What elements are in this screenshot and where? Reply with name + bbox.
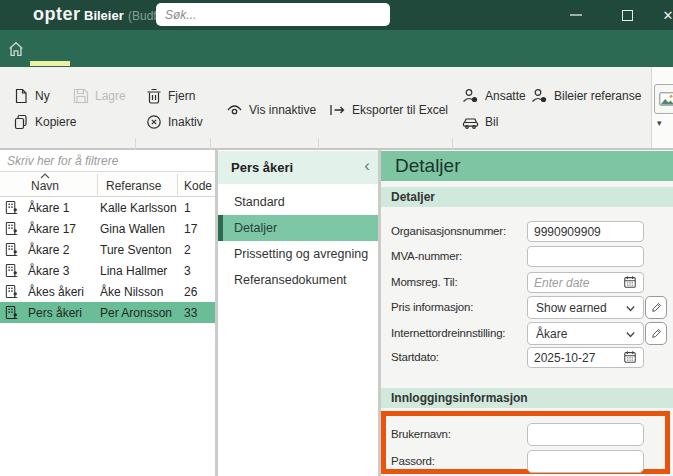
new-file-icon	[13, 88, 29, 104]
circle-x-icon	[146, 114, 162, 130]
pencil-icon	[650, 327, 663, 340]
export-arrow-icon	[329, 102, 346, 118]
field-vat-number: MVA-nummer:	[381, 246, 673, 267]
vat-number-input[interactable]	[527, 246, 644, 267]
minimize-icon	[570, 14, 582, 16]
table-row-selected[interactable]: Pers åkeriPer Aronsson33	[0, 302, 215, 323]
opter-logo: opter	[33, 4, 81, 25]
titlebar-module: Bileier	[84, 8, 124, 23]
tabbar: Bileier	[0, 30, 673, 67]
details-panel: Detaljer Detaljer Organisasjonsnummer: M…	[381, 150, 673, 476]
price-info-edit-button[interactable]	[645, 296, 667, 319]
start-date-label: Startdato:	[391, 351, 439, 363]
column-divider[interactable]	[177, 174, 178, 195]
filter-input[interactable]	[0, 150, 215, 172]
details-title: Detaljer	[395, 155, 460, 177]
org-number-input[interactable]	[527, 221, 644, 242]
search-input[interactable]	[156, 3, 390, 26]
password-label: Passord:	[391, 455, 435, 467]
owner-icon	[4, 263, 19, 278]
nav-item-prissetting[interactable]: Prissetting og avregning	[218, 241, 378, 267]
person-badge-icon	[462, 88, 479, 104]
owner-icon	[4, 284, 19, 299]
column-header-referanse[interactable]: Referanse	[106, 179, 161, 193]
show-inactive-button[interactable]: Vis innaktive	[226, 100, 316, 120]
owner-reference-button[interactable]: Bileier referanse	[531, 86, 641, 106]
chevron-down-icon	[624, 302, 637, 315]
owner-icon	[4, 305, 19, 320]
active-tab-indicator	[30, 61, 70, 66]
nav-item-detaljer[interactable]: Detaljer	[218, 215, 378, 241]
field-vat-reg-until: Momsreg. Til:	[381, 272, 673, 293]
nav-item-standard[interactable]: Standard	[218, 189, 378, 215]
person-question-icon	[531, 88, 548, 104]
titlebar: opter Bileier (Budfirman A ✕	[0, 0, 673, 30]
collapse-panel-icon[interactable]: ‹	[364, 156, 370, 176]
section-innloggingsinformasjon: Innloggingsinformasjon	[381, 388, 673, 408]
details-header: Detaljer	[381, 151, 673, 181]
pencil-icon	[650, 301, 663, 314]
field-username: Brukernavn:	[381, 423, 673, 446]
section-detaljer: Detaljer	[381, 187, 673, 207]
column-divider[interactable]	[97, 174, 98, 195]
table-row[interactable]: Åkare 1Kalle Karlsson1	[0, 197, 215, 218]
vehicle-button[interactable]: Bil	[462, 112, 498, 132]
maximize-icon	[622, 10, 633, 21]
image-dropdown-arrow[interactable]: ▾	[657, 118, 662, 128]
internet-order-setting-label: Internettordreinnstilling:	[391, 327, 505, 339]
maximize-button[interactable]	[610, 0, 644, 30]
internet-order-setting-select[interactable]: Åkare	[527, 322, 644, 345]
price-info-select[interactable]: Show earned	[527, 296, 644, 319]
nav-item-referansedokument[interactable]: Referansedokument	[218, 267, 378, 293]
internet-order-setting-edit-button[interactable]	[645, 322, 667, 345]
org-number-label: Organisasjonsnummer:	[391, 225, 506, 237]
detail-nav-panel: Pers åkeri ‹ Standard Detaljer Prissetti…	[218, 150, 378, 476]
minimize-button[interactable]	[559, 0, 593, 30]
opter-window: opter Bileier (Budfirman A ✕ Bileier Ny …	[0, 0, 673, 476]
password-input[interactable]	[527, 450, 644, 473]
field-start-date: Startdato:	[381, 347, 673, 368]
car-icon	[462, 114, 479, 130]
new-button[interactable]: Ny	[13, 86, 50, 106]
list-header: Navn Referanse Kode	[0, 172, 215, 197]
calendar-icon[interactable]	[623, 350, 637, 364]
nav-header: Pers åkeri ‹	[218, 151, 378, 184]
chevron-down-icon	[624, 328, 637, 341]
column-header-navn[interactable]: Navn	[31, 179, 59, 193]
home-icon[interactable]	[7, 40, 25, 58]
owner-list-panel: Navn Referanse Kode Åkare 1Kalle Karlsso…	[0, 150, 215, 476]
inactive-button[interactable]: Inaktiv	[146, 112, 203, 132]
eye-icon	[226, 102, 243, 118]
copy-icon	[13, 114, 29, 130]
table-row[interactable]: Åkes åkeriÅke Nilsson26	[0, 281, 215, 302]
save-button[interactable]: Lagre	[73, 86, 126, 106]
export-excel-button[interactable]: Eksporter til Excel	[329, 100, 448, 120]
field-price-info: Pris informasjon: Show earned	[381, 296, 673, 319]
image-button[interactable]	[654, 84, 673, 114]
ribbon-toolbar: Ny Lagre Kopiere Fjern Inaktiv Vis innak…	[0, 67, 673, 150]
field-password: Passord:	[381, 450, 673, 473]
owner-icon	[4, 242, 19, 257]
field-internet-order-setting: Internettordreinnstilling: Åkare	[381, 322, 673, 345]
column-header-kode[interactable]: Kode	[184, 179, 212, 193]
owner-icon	[4, 200, 19, 215]
username-input[interactable]	[527, 423, 644, 446]
owner-icon	[4, 221, 19, 236]
picture-icon	[659, 92, 673, 106]
vat-reg-until-label: Momsreg. Til:	[391, 276, 457, 288]
username-label: Brukernavn:	[391, 428, 451, 440]
calendar-icon[interactable]	[623, 275, 637, 289]
copy-button[interactable]: Kopiere	[13, 112, 76, 132]
employees-button[interactable]: Ansatte	[462, 86, 526, 106]
nav-title: Pers åkeri	[231, 160, 293, 175]
save-icon	[73, 88, 89, 104]
table-row[interactable]: Åkare 17Gina Wallen17	[0, 218, 215, 239]
close-button[interactable]: ✕	[656, 0, 673, 30]
trash-icon	[146, 88, 162, 104]
table-row[interactable]: Åkare 3Lina Hallmer3	[0, 260, 215, 281]
close-icon: ✕	[663, 8, 673, 23]
table-row[interactable]: Åkare 2Ture Sventon2	[0, 239, 215, 260]
remove-button[interactable]: Fjern	[146, 86, 195, 106]
price-info-label: Pris informasjon:	[391, 301, 473, 313]
vat-number-label: MVA-nummer:	[391, 250, 462, 262]
